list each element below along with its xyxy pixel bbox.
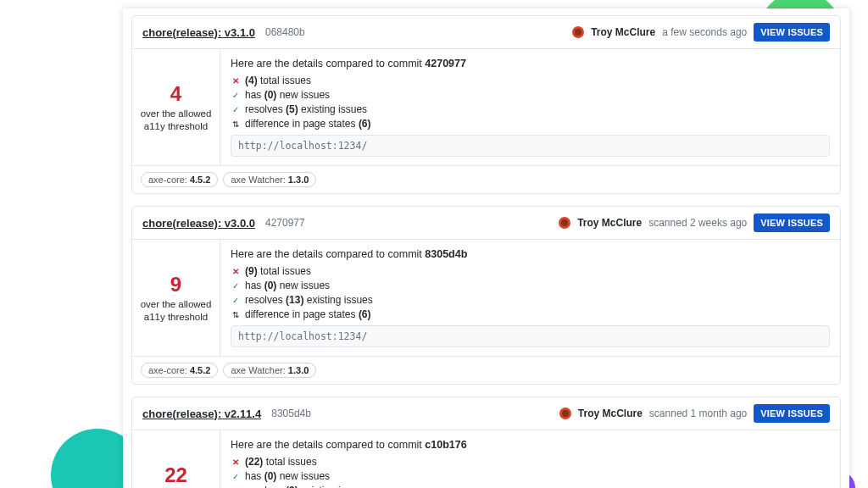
check-icon: ✓ [231, 105, 240, 114]
scan-time: scanned 1 month ago [649, 408, 747, 419]
total-issues-line: ✕(4) total issues [231, 75, 830, 86]
author-name: Troy McClure [591, 26, 655, 38]
page-states-line: ⇅difference in page states (6) [231, 118, 830, 130]
details-section: Here are the details compared to commit … [220, 49, 840, 165]
commit-hash: 4270977 [265, 217, 305, 229]
commit-card: chore(release): v2.11.4 8305d4b Troy McC… [131, 396, 841, 488]
issue-count: 22 [164, 463, 187, 487]
new-issues-line: ✓has (0) new issues [231, 470, 830, 482]
total-issues-line: ✕(22) total issues [231, 456, 830, 468]
view-issues-button[interactable]: VIEW ISSUES [754, 23, 830, 42]
check-icon: ✓ [231, 91, 240, 100]
axe-watcher-badge: axe Watcher: 1.3.0 [223, 363, 316, 378]
resolved-issues-line: ✓resolves (5) existing issues [231, 103, 830, 115]
resolved-issues-line: ✓resolves (9) existing issues [231, 485, 830, 488]
card-header: chore(release): v3.1.0 068480b Troy McCl… [132, 16, 840, 49]
details-heading: Here are the details compared to commit … [231, 248, 830, 260]
details-section: Here are the details compared to commit … [220, 240, 840, 356]
url-display: http://localhost:1234/ [231, 325, 830, 347]
author-name: Troy McClure [578, 408, 643, 419]
details-section: Here are the details compared to commit … [220, 430, 840, 488]
diff-icon: ⇅ [231, 119, 240, 129]
commit-title-link[interactable]: chore(release): v3.0.0 [142, 217, 255, 230]
axe-watcher-badge: axe Watcher: 1.3.0 [223, 172, 316, 187]
scan-time: scanned 2 weeks ago [648, 217, 747, 229]
axe-core-badge: axe-core: 4.5.2 [141, 172, 218, 187]
check-icon: ✓ [231, 281, 240, 291]
x-icon: ✕ [231, 458, 240, 467]
details-heading: Here are the details compared to commit … [231, 439, 830, 451]
results-panel: chore(release): v3.1.0 068480b Troy McCl… [123, 8, 849, 488]
avatar-icon [559, 408, 571, 419]
diff-icon: ⇅ [231, 310, 240, 319]
commit-title-link[interactable]: chore(release): v2.11.4 [142, 408, 261, 420]
new-issues-line: ✓has (0) new issues [231, 89, 830, 101]
card-header: chore(release): v2.11.4 8305d4b Troy McC… [132, 397, 840, 430]
scan-time: a few seconds ago [662, 26, 747, 38]
issue-count-box: 9 over the allowed a11y threshold [131, 240, 220, 356]
card-footer: axe-core: 4.5.2 axe Watcher: 1.3.0 [132, 356, 840, 384]
x-icon: ✕ [231, 267, 240, 276]
commit-title-link[interactable]: chore(release): v3.1.0 [142, 26, 255, 39]
threshold-label: over the allowed a11y threshold [139, 108, 213, 133]
check-icon: ✓ [231, 296, 240, 305]
issue-count-box: 4 over the allowed a11y threshold [131, 49, 220, 165]
commit-card: chore(release): v3.0.0 4270977 Troy McCl… [131, 206, 841, 385]
resolved-issues-line: ✓resolves (13) existing issues [231, 294, 830, 306]
avatar-icon [559, 217, 570, 229]
card-header: chore(release): v3.0.0 4270977 Troy McCl… [132, 207, 840, 240]
check-icon: ✓ [231, 472, 240, 481]
avatar-icon [572, 26, 584, 38]
threshold-label: over the allowed a11y threshold [139, 298, 213, 324]
card-footer: axe-core: 4.5.2 axe Watcher: 1.3.0 [132, 165, 840, 193]
x-icon: ✕ [231, 76, 240, 86]
view-issues-button[interactable]: VIEW ISSUES [754, 214, 830, 232]
commit-hash: 068480b [265, 26, 305, 38]
commit-card: chore(release): v3.1.0 068480b Troy McCl… [131, 15, 841, 194]
page-states-line: ⇅difference in page states (6) [231, 308, 830, 320]
view-issues-button[interactable]: VIEW ISSUES [754, 404, 830, 423]
details-heading: Here are the details compared to commit … [231, 58, 830, 69]
author-name: Troy McClure [577, 217, 642, 229]
url-display: http://localhost:1234/ [231, 135, 830, 157]
issue-count-box: 22 over the allowed a11y threshold [131, 430, 220, 488]
axe-core-badge: axe-core: 4.5.2 [141, 363, 218, 378]
commit-hash: 8305d4b [271, 408, 311, 419]
total-issues-line: ✕(9) total issues [231, 265, 830, 277]
issue-count: 9 [170, 273, 181, 297]
issue-count: 4 [170, 82, 181, 106]
new-issues-line: ✓has (0) new issues [231, 280, 830, 291]
